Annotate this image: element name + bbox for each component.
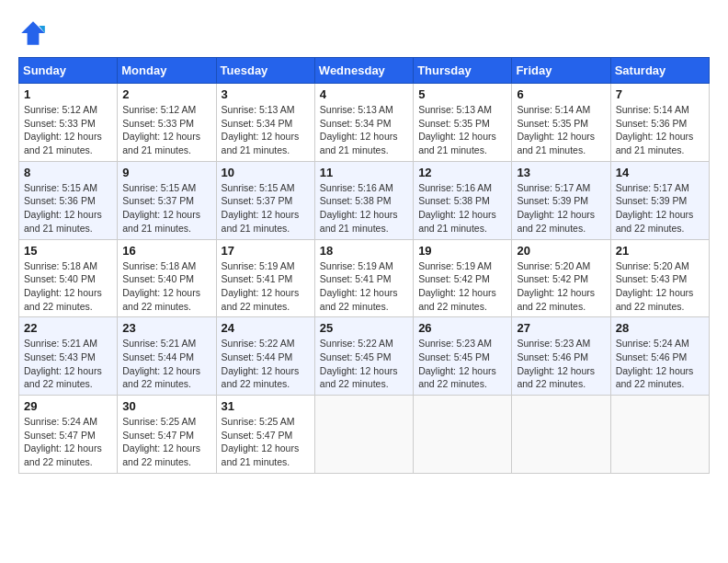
day-info: Sunrise: 5:18 AM Sunset: 5:40 PM Dayligh… <box>24 259 112 314</box>
sunset-label: Sunset: 5:40 PM <box>122 273 194 284</box>
daylight-label: Daylight: 12 hours and 22 minutes. <box>24 365 102 390</box>
sunrise-label: Sunrise: 5:12 AM <box>122 104 196 115</box>
day-cell-7: 7 Sunrise: 5:14 AM Sunset: 5:36 PM Dayli… <box>610 84 709 162</box>
daylight-label: Daylight: 12 hours and 22 minutes. <box>517 209 595 234</box>
sunset-label: Sunset: 5:45 PM <box>320 351 392 362</box>
daylight-label: Daylight: 12 hours and 22 minutes. <box>222 287 300 312</box>
day-cell-13: 13 Sunrise: 5:17 AM Sunset: 5:39 PM Dayl… <box>512 161 610 239</box>
day-info: Sunrise: 5:19 AM Sunset: 5:42 PM Dayligh… <box>418 259 506 314</box>
day-cell-9: 9 Sunrise: 5:15 AM Sunset: 5:37 PM Dayli… <box>118 161 216 239</box>
sunrise-label: Sunrise: 5:22 AM <box>320 338 393 349</box>
day-cell-5: 5 Sunrise: 5:13 AM Sunset: 5:35 PM Dayli… <box>414 84 512 162</box>
sunset-label: Sunset: 5:33 PM <box>24 118 96 129</box>
daylight-label: Daylight: 12 hours and 22 minutes. <box>320 287 398 312</box>
sunrise-label: Sunrise: 5:25 AM <box>122 416 196 427</box>
sunset-label: Sunset: 5:41 PM <box>222 273 293 284</box>
sunrise-label: Sunrise: 5:16 AM <box>418 182 492 193</box>
empty-cell <box>512 396 610 474</box>
sunrise-label: Sunrise: 5:18 AM <box>122 260 196 271</box>
day-number: 2 <box>122 87 210 101</box>
day-number: 26 <box>418 321 506 335</box>
sunrise-label: Sunrise: 5:13 AM <box>418 104 492 115</box>
sunrise-label: Sunrise: 5:13 AM <box>222 104 295 115</box>
daylight-label: Daylight: 12 hours and 22 minutes. <box>24 442 102 467</box>
day-cell-4: 4 Sunrise: 5:13 AM Sunset: 5:34 PM Dayli… <box>314 84 413 162</box>
week-row-3: 15 Sunrise: 5:18 AM Sunset: 5:40 PM Dayl… <box>19 239 710 317</box>
day-number: 27 <box>517 321 605 335</box>
day-info: Sunrise: 5:22 AM Sunset: 5:45 PM Dayligh… <box>320 337 408 391</box>
sunset-label: Sunset: 5:42 PM <box>517 273 588 284</box>
daylight-label: Daylight: 12 hours and 22 minutes. <box>122 287 200 312</box>
day-cell-27: 27 Sunrise: 5:23 AM Sunset: 5:46 PM Dayl… <box>512 317 610 396</box>
day-cell-6: 6 Sunrise: 5:14 AM Sunset: 5:35 PM Dayli… <box>512 84 610 162</box>
sunset-label: Sunset: 5:39 PM <box>616 195 688 206</box>
sunset-label: Sunset: 5:43 PM <box>24 351 96 362</box>
sunset-label: Sunset: 5:35 PM <box>517 118 588 129</box>
sunrise-label: Sunrise: 5:12 AM <box>24 104 97 115</box>
weekday-header-tuesday: Tuesday <box>216 58 314 84</box>
week-row-1: 1 Sunrise: 5:12 AM Sunset: 5:33 PM Dayli… <box>19 84 710 162</box>
sunrise-label: Sunrise: 5:15 AM <box>222 182 295 193</box>
daylight-label: Daylight: 12 hours and 22 minutes. <box>616 209 694 234</box>
day-info: Sunrise: 5:25 AM Sunset: 5:47 PM Dayligh… <box>222 415 310 469</box>
sunset-label: Sunset: 5:44 PM <box>222 351 293 362</box>
day-info: Sunrise: 5:16 AM Sunset: 5:38 PM Dayligh… <box>418 181 506 236</box>
svg-marker-0 <box>21 21 45 45</box>
daylight-label: Daylight: 12 hours and 21 minutes. <box>222 131 300 155</box>
day-cell-21: 21 Sunrise: 5:20 AM Sunset: 5:43 PM Dayl… <box>610 239 709 317</box>
day-number: 8 <box>24 166 112 179</box>
daylight-label: Daylight: 12 hours and 21 minutes. <box>320 131 398 155</box>
day-cell-14: 14 Sunrise: 5:17 AM Sunset: 5:39 PM Dayl… <box>610 161 709 239</box>
day-number: 13 <box>517 166 605 179</box>
week-row-4: 22 Sunrise: 5:21 AM Sunset: 5:43 PM Dayl… <box>19 317 710 396</box>
day-number: 17 <box>222 244 310 258</box>
daylight-label: Daylight: 12 hours and 21 minutes. <box>122 209 200 234</box>
day-number: 11 <box>320 166 408 179</box>
day-info: Sunrise: 5:15 AM Sunset: 5:37 PM Dayligh… <box>222 181 310 236</box>
day-cell-19: 19 Sunrise: 5:19 AM Sunset: 5:42 PM Dayl… <box>414 239 512 317</box>
day-number: 21 <box>616 244 704 258</box>
day-cell-30: 30 Sunrise: 5:25 AM Sunset: 5:47 PM Dayl… <box>118 396 216 474</box>
daylight-label: Daylight: 12 hours and 22 minutes. <box>222 365 300 390</box>
day-cell-18: 18 Sunrise: 5:19 AM Sunset: 5:41 PM Dayl… <box>314 239 413 317</box>
sunset-label: Sunset: 5:45 PM <box>418 351 490 362</box>
day-number: 16 <box>122 244 210 258</box>
day-info: Sunrise: 5:12 AM Sunset: 5:33 PM Dayligh… <box>122 103 210 157</box>
day-info: Sunrise: 5:21 AM Sunset: 5:44 PM Dayligh… <box>122 337 210 391</box>
sunset-label: Sunset: 5:37 PM <box>122 195 194 206</box>
day-info: Sunrise: 5:17 AM Sunset: 5:39 PM Dayligh… <box>616 181 704 236</box>
sunset-label: Sunset: 5:47 PM <box>122 430 194 441</box>
weekday-header-monday: Monday <box>118 58 216 84</box>
day-cell-2: 2 Sunrise: 5:12 AM Sunset: 5:33 PM Dayli… <box>118 84 216 162</box>
day-number: 3 <box>222 87 310 101</box>
sunrise-label: Sunrise: 5:21 AM <box>122 338 196 349</box>
sunset-label: Sunset: 5:44 PM <box>122 351 194 362</box>
day-info: Sunrise: 5:13 AM Sunset: 5:34 PM Dayligh… <box>320 103 408 157</box>
daylight-label: Daylight: 12 hours and 22 minutes. <box>122 442 200 467</box>
day-cell-24: 24 Sunrise: 5:22 AM Sunset: 5:44 PM Dayl… <box>216 317 314 396</box>
day-info: Sunrise: 5:15 AM Sunset: 5:37 PM Dayligh… <box>122 181 210 236</box>
day-number: 1 <box>24 87 112 101</box>
sunset-label: Sunset: 5:36 PM <box>616 118 688 129</box>
empty-cell <box>610 396 709 474</box>
day-number: 4 <box>320 87 408 101</box>
sunset-label: Sunset: 5:43 PM <box>616 273 688 284</box>
sunrise-label: Sunrise: 5:15 AM <box>24 182 97 193</box>
day-cell-29: 29 Sunrise: 5:24 AM Sunset: 5:47 PM Dayl… <box>19 396 118 474</box>
day-number: 25 <box>320 321 408 335</box>
day-info: Sunrise: 5:13 AM Sunset: 5:35 PM Dayligh… <box>418 103 506 157</box>
sunrise-label: Sunrise: 5:23 AM <box>517 338 590 349</box>
sunrise-label: Sunrise: 5:13 AM <box>320 104 393 115</box>
day-info: Sunrise: 5:18 AM Sunset: 5:40 PM Dayligh… <box>122 259 210 314</box>
sunset-label: Sunset: 5:42 PM <box>418 273 490 284</box>
daylight-label: Daylight: 12 hours and 22 minutes. <box>122 365 200 390</box>
day-info: Sunrise: 5:20 AM Sunset: 5:43 PM Dayligh… <box>616 259 704 314</box>
daylight-label: Daylight: 12 hours and 22 minutes. <box>517 365 595 390</box>
sunrise-label: Sunrise: 5:24 AM <box>616 338 689 349</box>
day-info: Sunrise: 5:23 AM Sunset: 5:45 PM Dayligh… <box>418 337 506 391</box>
day-cell-20: 20 Sunrise: 5:20 AM Sunset: 5:42 PM Dayl… <box>512 239 610 317</box>
day-number: 20 <box>517 244 605 258</box>
sunset-label: Sunset: 5:40 PM <box>24 273 96 284</box>
weekday-header-wednesday: Wednesday <box>314 58 413 84</box>
weekday-header-friday: Friday <box>512 58 610 84</box>
